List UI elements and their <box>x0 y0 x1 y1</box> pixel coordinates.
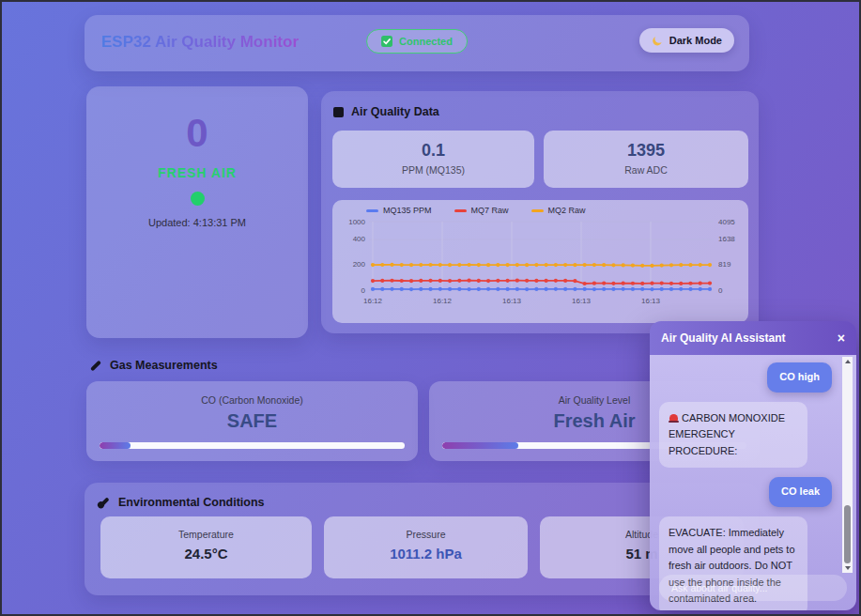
air-quality-progress-fill <box>442 442 518 449</box>
black-square-icon <box>333 107 344 117</box>
dark-mode-label: Dark Mode <box>669 35 722 46</box>
chat-scrollbar[interactable] <box>842 357 853 573</box>
connection-status-label: Connected <box>399 36 453 47</box>
co-label: CO (Carbon Monoxide) <box>86 394 418 406</box>
temperature-label: Temperature <box>100 529 312 540</box>
co-progress-track <box>100 442 405 449</box>
pressure-value: 1011.2 hPa <box>324 546 528 562</box>
svg-text:200: 200 <box>353 260 366 269</box>
check-square-icon <box>381 36 392 47</box>
chat-messages: CO high CARBON MONOXIDE EMERGENCY PROCED… <box>659 362 832 610</box>
legend-item-mq7: MQ7 Raw <box>454 206 509 215</box>
thermometer-icon <box>99 497 109 507</box>
co-gas-card: CO (Carbon Monoxide) SAFE <box>86 381 418 461</box>
svg-text:0: 0 <box>718 286 723 295</box>
environmental-conditions-section-header: Environmental Conditions <box>98 496 265 509</box>
ai-assistant-panel: Air Quality AI Assistant × CO high CARBO… <box>650 321 856 610</box>
ai-assistant-body: CO high CARBON MONOXIDE EMERGENCY PROCED… <box>650 355 856 610</box>
siren-icon <box>669 414 679 423</box>
pressure-stat-box: Pressure 1011.2 hPa <box>324 516 528 578</box>
ai-assistant-header: Air Quality AI Assistant × <box>650 321 856 355</box>
close-icon[interactable]: × <box>838 331 845 345</box>
section-title: Air Quality Data <box>351 105 439 118</box>
mq135-line-swatch <box>366 209 378 212</box>
temperature-value: 24.5°C <box>100 546 312 562</box>
sensor-history-chart: MQ135 PPM MQ7 Raw MQ2 Raw 00200819400163… <box>332 200 748 323</box>
chart-legend: MQ135 PPM MQ7 Raw MQ2 Raw <box>366 206 586 215</box>
ppm-label: PPM (MQ135) <box>332 164 534 176</box>
scroll-up-icon[interactable] <box>842 357 853 366</box>
mq7-line-swatch <box>454 209 467 212</box>
svg-text:0: 0 <box>361 286 366 295</box>
header-bar: ESP32 Air Quality Monitor Connected Dark… <box>85 15 749 71</box>
chat-message-user: CO leak <box>769 477 832 507</box>
raw-adc-label: Raw ADC <box>544 164 748 176</box>
chat-message-bot: CARBON MONOXIDE EMERGENCY PROCEDURE: <box>659 402 807 469</box>
chat-scrollbar-thumb[interactable] <box>844 505 851 563</box>
co-progress-fill <box>100 442 131 449</box>
ppm-stat-box: 0.1 PPM (MQ135) <box>332 131 534 188</box>
ppm-value: 0.1 <box>332 141 534 161</box>
scroll-down-icon[interactable] <box>842 563 853 573</box>
aqi-value: 0 <box>86 111 308 156</box>
svg-text:819: 819 <box>718 260 731 269</box>
moon-icon <box>652 35 663 46</box>
air-quality-data-section-header: Air Quality Data <box>333 105 439 118</box>
svg-text:16:12: 16:12 <box>363 297 383 305</box>
co-status-value: SAFE <box>86 410 418 432</box>
dark-mode-button[interactable]: Dark Mode <box>639 28 734 53</box>
chat-input[interactable] <box>659 575 847 601</box>
air-quality-chart-svg: 0020081940016381000409516:1216:1216:1316… <box>332 200 748 323</box>
last-updated-text: Updated: 4:13:31 PM <box>86 217 308 228</box>
svg-text:16:13: 16:13 <box>572 297 592 305</box>
svg-text:1638: 1638 <box>718 235 735 243</box>
green-dot-icon <box>191 192 205 206</box>
gas-measurements-section-header: Gas Measurements <box>89 359 218 372</box>
raw-adc-stat-box: 1395 Raw ADC <box>544 131 748 188</box>
svg-text:16:12: 16:12 <box>433 297 453 305</box>
legend-item-mq2: MQ2 Raw <box>531 206 586 215</box>
pressure-label: Pressure <box>324 529 528 540</box>
svg-text:16:13: 16:13 <box>641 297 661 305</box>
test-tube-icon <box>90 360 101 371</box>
page-title: ESP32 Air Quality Monitor <box>101 33 299 52</box>
svg-text:4095: 4095 <box>718 218 735 226</box>
aqi-status-label: FRESH AIR <box>86 165 308 180</box>
raw-adc-value: 1395 <box>544 141 748 161</box>
svg-text:16:13: 16:13 <box>502 297 522 305</box>
legend-item-mq135: MQ135 PPM <box>366 206 432 215</box>
mq2-line-swatch <box>531 209 544 212</box>
dashboard: ESP32 Air Quality Monitor Connected Dark… <box>0 0 861 616</box>
temperature-stat-box: Temperature 24.5°C <box>100 516 312 578</box>
svg-text:1000: 1000 <box>348 218 365 226</box>
air-quality-data-card: Air Quality Data 0.1 PPM (MQ135) 1395 Ra… <box>321 91 759 333</box>
connection-status-badge: Connected <box>366 29 468 54</box>
chat-message-user: CO high <box>767 362 832 393</box>
svg-text:400: 400 <box>353 235 366 243</box>
air-quality-status-card: 0 FRESH AIR Updated: 4:13:31 PM <box>86 86 308 338</box>
ai-assistant-title: Air Quality AI Assistant <box>661 331 785 345</box>
